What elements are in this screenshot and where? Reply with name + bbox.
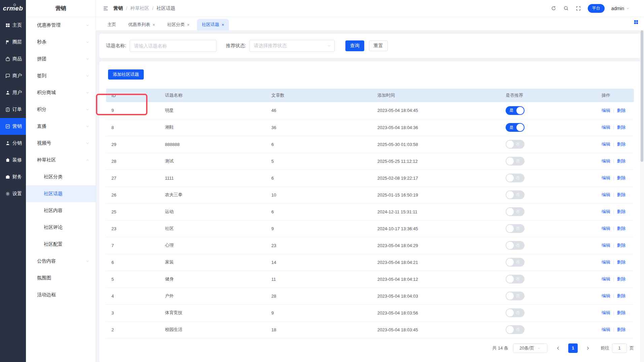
sidebar-item-user[interactable]: 用户 bbox=[0, 84, 26, 101]
search-button[interactable]: 查询 bbox=[345, 40, 364, 51]
menu-item-live[interactable]: 直播 bbox=[26, 118, 96, 135]
close-icon[interactable]: × bbox=[152, 23, 155, 27]
topic-name-input[interactable] bbox=[130, 40, 216, 52]
collapse-menu-icon[interactable] bbox=[103, 5, 109, 11]
add-community-topic-button[interactable]: 添加社区话题 bbox=[108, 69, 144, 80]
next-page-button[interactable] bbox=[583, 343, 592, 353]
edit-link[interactable]: 编辑 bbox=[602, 327, 610, 332]
menu-item-atmosphere[interactable]: 氛围图 bbox=[26, 270, 96, 286]
edit-link[interactable]: 编辑 bbox=[602, 226, 610, 231]
menu-item-planting-community[interactable]: 种草社区 bbox=[26, 152, 96, 169]
edit-link[interactable]: 编辑 bbox=[602, 293, 610, 298]
current-page-button[interactable]: 1 bbox=[568, 343, 578, 353]
menu-item-coupon-manage[interactable]: 优惠券管理 bbox=[26, 17, 96, 34]
close-icon[interactable]: × bbox=[187, 23, 190, 27]
fullscreen-icon[interactable] bbox=[576, 6, 581, 11]
breadcrumb-item[interactable]: 营销 bbox=[113, 5, 123, 11]
page-size-select[interactable]: 20条/页 bbox=[513, 343, 547, 353]
delete-link[interactable]: 删除 bbox=[617, 108, 625, 113]
menu-item-community-topic[interactable]: 社区话题 bbox=[26, 185, 96, 202]
sidebar-item-decorate[interactable]: 装修 bbox=[0, 152, 26, 169]
delete-link[interactable]: 删除 bbox=[617, 310, 625, 315]
delete-link[interactable]: 删除 bbox=[617, 260, 625, 265]
menu-item-community-content[interactable]: 社区内容 bbox=[26, 202, 96, 219]
breadcrumb-item[interactable]: 种草社区 bbox=[130, 5, 149, 11]
delete-link[interactable]: 删除 bbox=[617, 226, 625, 231]
delete-link[interactable]: 删除 bbox=[617, 243, 625, 248]
tab-home[interactable]: 主页 bbox=[103, 19, 121, 30]
recommend-toggle[interactable]: 否 bbox=[506, 292, 524, 300]
recommend-toggle[interactable]: 否 bbox=[506, 157, 524, 165]
sidebar-item-distribution[interactable]: 分销 bbox=[0, 135, 26, 152]
menu-item-video-channel[interactable]: 视频号 bbox=[26, 135, 96, 152]
tab-community-category[interactable]: 社区分类× bbox=[163, 19, 195, 30]
tab-layout-grid-icon[interactable] bbox=[634, 20, 639, 25]
recommend-toggle[interactable]: 否 bbox=[506, 241, 524, 250]
sidebar-item-order[interactable]: 订单 bbox=[0, 101, 26, 118]
recommend-toggle[interactable]: 否 bbox=[506, 275, 524, 283]
delete-link[interactable]: 删除 bbox=[617, 327, 625, 332]
delete-link[interactable]: 删除 bbox=[617, 158, 625, 163]
delete-link[interactable]: 删除 bbox=[617, 276, 625, 281]
recommend-toggle[interactable]: 否 bbox=[506, 190, 524, 199]
edit-link[interactable]: 编辑 bbox=[602, 209, 610, 214]
edit-link[interactable]: 编辑 bbox=[602, 192, 610, 197]
recommend-toggle[interactable]: 否 bbox=[506, 224, 524, 233]
recommend-toggle[interactable]: 否 bbox=[506, 140, 524, 149]
recommend-toggle[interactable]: 否 bbox=[506, 207, 524, 216]
sidebar-item-marketing[interactable]: 营销 bbox=[0, 118, 26, 135]
user-menu[interactable]: admin bbox=[611, 6, 630, 11]
platform-badge[interactable]: 平台 bbox=[588, 4, 605, 13]
edit-link[interactable]: 编辑 bbox=[602, 175, 610, 180]
cell-recommend: 否 bbox=[500, 203, 596, 220]
edit-link[interactable]: 编辑 bbox=[602, 276, 610, 281]
edit-link[interactable]: 编辑 bbox=[602, 310, 610, 315]
delete-link[interactable]: 删除 bbox=[617, 209, 625, 214]
refresh-icon[interactable] bbox=[551, 5, 556, 11]
recommend-toggle[interactable]: 是 bbox=[506, 123, 524, 132]
cell-actions: 编辑|删除 bbox=[596, 186, 634, 203]
scrollbar-thumb[interactable] bbox=[641, 30, 643, 162]
sidebar-item-goods[interactable]: 商品 bbox=[0, 51, 26, 67]
menu-item-group-buy[interactable]: 拼团 bbox=[26, 51, 96, 67]
delete-link[interactable]: 删除 bbox=[617, 142, 625, 147]
edit-link[interactable]: 编辑 bbox=[602, 243, 610, 248]
recommend-status-select[interactable]: 请选择推荐状态 bbox=[249, 40, 335, 52]
reset-button[interactable]: 重置 bbox=[369, 40, 388, 51]
close-icon[interactable]: × bbox=[222, 23, 224, 27]
search-icon[interactable] bbox=[563, 5, 569, 11]
sidebar-item-merchant[interactable]: 商户 bbox=[0, 67, 26, 84]
delete-link[interactable]: 删除 bbox=[617, 125, 625, 130]
sidebar-item-finance[interactable]: 财务 bbox=[0, 169, 26, 185]
menu-item-community-comment[interactable]: 社区评论 bbox=[26, 219, 96, 236]
delete-link[interactable]: 删除 bbox=[617, 175, 625, 180]
sidebar-item-circle[interactable]: 圈层 bbox=[0, 34, 26, 51]
recommend-toggle[interactable]: 否 bbox=[506, 325, 524, 334]
prev-page-button[interactable] bbox=[553, 343, 563, 353]
menu-item-sign-in[interactable]: 签到 bbox=[26, 67, 96, 84]
sidebar-item-home[interactable]: 主页 bbox=[0, 17, 26, 34]
delete-link[interactable]: 删除 bbox=[617, 192, 625, 197]
edit-link[interactable]: 编辑 bbox=[602, 125, 610, 130]
tab-coupon-list[interactable]: 优惠券列表× bbox=[124, 19, 160, 30]
edit-link[interactable]: 编辑 bbox=[602, 108, 610, 113]
edit-link[interactable]: 编辑 bbox=[602, 142, 610, 147]
menu-item-announcement[interactable]: 公告内容 bbox=[26, 253, 96, 270]
recommend-toggle[interactable]: 否 bbox=[506, 174, 524, 182]
menu-item-community-category[interactable]: 社区分类 bbox=[26, 169, 96, 185]
recommend-toggle[interactable]: 否 bbox=[506, 258, 524, 267]
toggle-knob bbox=[506, 225, 514, 232]
delete-link[interactable]: 删除 bbox=[617, 293, 625, 298]
recommend-toggle[interactable]: 是 bbox=[506, 106, 524, 115]
sidebar-item-settings[interactable]: 设置 bbox=[0, 185, 26, 202]
menu-item-community-config[interactable]: 社区配置 bbox=[26, 236, 96, 253]
menu-item-activity-border[interactable]: 活动边框 bbox=[26, 286, 96, 303]
tab-community-topic[interactable]: 社区话题× bbox=[197, 19, 229, 30]
menu-item-seckill[interactable]: 秒杀 bbox=[26, 34, 96, 51]
menu-item-points-mall[interactable]: 积分商城 bbox=[26, 84, 96, 101]
menu-item-points[interactable]: 积分 bbox=[26, 101, 96, 118]
edit-link[interactable]: 编辑 bbox=[602, 158, 610, 163]
goto-page-input[interactable] bbox=[612, 343, 627, 353]
recommend-toggle[interactable]: 否 bbox=[506, 308, 524, 317]
edit-link[interactable]: 编辑 bbox=[602, 260, 610, 265]
